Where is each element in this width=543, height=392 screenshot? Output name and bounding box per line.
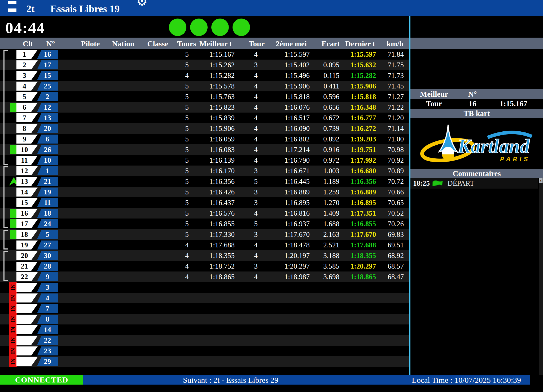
average-speed: 68.47 [379, 271, 404, 282]
best-lap-time: 1:17.688 [195, 240, 235, 250]
average-speed: 70.52 [379, 208, 404, 219]
position-number: 13 [16, 177, 32, 186]
col-tour: Tour [239, 38, 274, 49]
kart-number: 5 [37, 230, 58, 239]
pit-row: IN22 [0, 335, 410, 346]
hamburger-menu-icon[interactable] [8, 0, 16, 12]
gap-to-leader: 2.521 [314, 240, 339, 250]
last-lap-time: 1:18.355 [343, 250, 383, 261]
last-lap-time: 1:15.818 [343, 91, 383, 102]
best-lap-number: 4 [243, 144, 269, 155]
group-bracket [3, 251, 8, 261]
kart-number: 22 [37, 336, 58, 345]
table-row: 22941:18.86541:18.9873.6981:18.86568.47 [0, 271, 410, 282]
best-lap-time: 1:15.839 [195, 113, 235, 123]
kart-number-badge: 25 [37, 82, 58, 91]
best-lap-header: Meilleur N° [410, 89, 543, 99]
best-lap-time: 1:15.167 [489, 99, 538, 109]
kart-number: 20 [37, 124, 58, 133]
local-time-label: Local Time : 10/07/2025 16:30:39 [412, 375, 521, 385]
gap-to-leader: 1.688 [314, 219, 339, 229]
best-lap-header-label: Meilleur [414, 89, 454, 99]
group-bracket [3, 187, 8, 197]
group-bracket [3, 176, 8, 187]
best-lap-time: 1:15.578 [195, 81, 235, 91]
group-bracket [3, 60, 8, 70]
track-logo: Kartland PARIS [410, 118, 543, 169]
kart-number: 14 [37, 325, 58, 335]
position-badge: 18 [16, 230, 38, 239]
position-badge: 9 [16, 135, 38, 144]
kart-number: 25 [37, 82, 58, 91]
position-badge-empty [16, 304, 38, 313]
position-badge: 12 [16, 166, 38, 175]
table-row: 11651:15.16741:15.5971:15.59771.84 [0, 49, 410, 60]
best-lap-number: 4 [243, 240, 269, 250]
group-bracket [3, 134, 8, 144]
session-timer: 04:44 [5, 19, 45, 37]
gap-to-leader [314, 49, 339, 60]
gap-to-leader: 0.411 [314, 81, 339, 91]
comments-panel: 18:25 DÉPART ▲ [410, 178, 543, 375]
last-lap-time: 1:17.992 [343, 155, 383, 166]
pit-in-badge: IN [9, 346, 17, 356]
table-row: 12151:16.17031:16.6711.0031:16.68070.89 [0, 166, 410, 176]
kart-number: 27 [37, 240, 58, 250]
position-number: 21 [16, 262, 32, 271]
position-badge: 5 [16, 92, 38, 101]
pit-row: IN7 [0, 303, 410, 314]
comment-row: 18:25 DÉPART [410, 178, 538, 189]
second-best-time: 1:16.816 [269, 208, 310, 219]
gap-to-leader: 1.270 [314, 197, 339, 208]
table-row: 31541:15.28241:15.4960.1151:15.28271.73 [0, 70, 410, 81]
last-lap-time: 1:17.670 [343, 229, 383, 240]
best-lap-number: 4 [243, 81, 269, 91]
best-lap-header-num: N° [462, 89, 483, 99]
group-bracket [3, 102, 8, 113]
kart-number-badge: 19 [37, 188, 58, 197]
kart-number: 15 [37, 71, 58, 80]
best-lap-time: 1:16.426 [195, 187, 235, 197]
gap-to-leader: 0.115 [314, 70, 339, 81]
second-best-time: 1:20.297 [269, 261, 310, 271]
second-best-time: 1:16.671 [269, 166, 310, 176]
average-speed: 71.84 [379, 49, 404, 60]
best-lap-number: 3 [243, 166, 269, 176]
second-best-time: 1:15.906 [269, 81, 310, 91]
pit-in-badge: IN [9, 303, 17, 314]
kart-number: 26 [37, 145, 58, 154]
table-header: Clt N° Pilote Nation Classe Tours Meille… [0, 38, 543, 49]
comments-scrollbar[interactable]: ▲ [539, 178, 543, 375]
best-lap-number: 4 [243, 102, 269, 113]
last-lap-time: 1:16.272 [343, 123, 383, 134]
last-lap-time: 1:16.855 [343, 219, 383, 229]
best-lap-label: Tour [414, 99, 454, 109]
gap-to-leader: 3.698 [314, 271, 339, 282]
kart-number: 17 [37, 60, 58, 70]
col-deuxieme: 2ème mei [276, 38, 311, 49]
best-lap-time: 1:15.823 [195, 102, 235, 113]
average-speed: 70.66 [379, 187, 404, 197]
table-row: 5251:15.76341:15.8180.5961:15.81871.27 [0, 91, 410, 102]
position-badge: 17 [16, 219, 38, 228]
table-row: 82051:15.90641:16.0900.7391:16.27271.14 [0, 123, 410, 134]
kart-number: 1 [37, 166, 58, 176]
pit-in-label: IN [9, 282, 17, 293]
best-lap-time: 1:16.855 [195, 219, 235, 229]
position-badge: 6 [16, 103, 38, 112]
kart-number-badge: 13 [37, 113, 58, 122]
improvement-square-icon [10, 209, 17, 218]
group-bracket [3, 81, 8, 91]
group-bracket [3, 155, 8, 165]
position-badge: 1 [16, 50, 38, 59]
kart-number: 12 [37, 103, 58, 112]
best-lap-time: 1:16.356 [195, 176, 235, 187]
last-lap-time: 1:16.889 [343, 187, 383, 197]
position-badge-empty [16, 293, 38, 302]
scrollbar-up-arrow[interactable]: ▲ [539, 178, 543, 183]
kart-number-badge: 29 [37, 357, 58, 366]
position-number: 14 [16, 188, 32, 197]
pit-in-label: IN [9, 356, 17, 367]
gear-icon[interactable]: ⚙ [136, 0, 148, 8]
last-lap-time: 1:15.906 [343, 81, 383, 91]
